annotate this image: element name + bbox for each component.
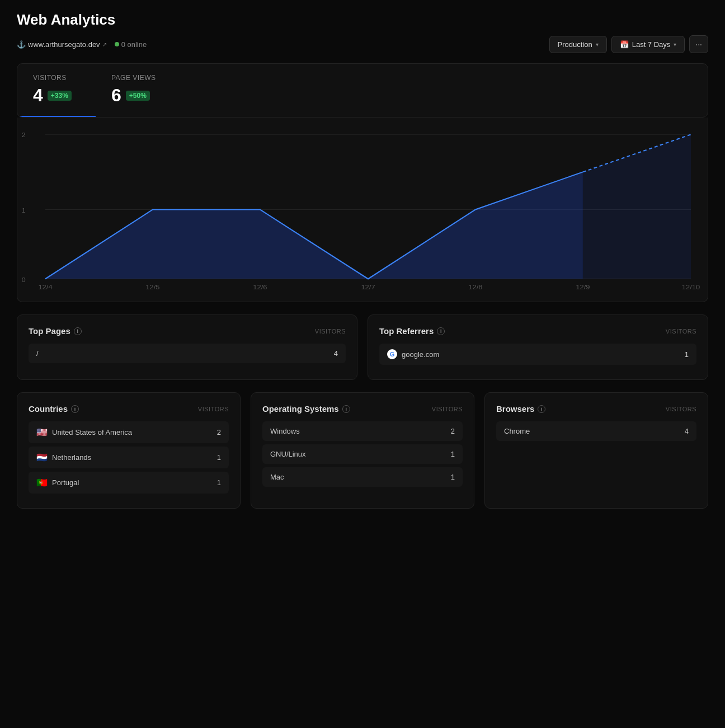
top-pages-title: Top Pages <box>29 326 70 336</box>
top-pages-header: Top Pages i VISITORS <box>29 326 346 336</box>
os-col-label: VISITORS <box>432 406 463 412</box>
os-row-1: GNU/Linux 1 <box>262 444 463 464</box>
os-panel: Operating Systems i VISITORS Windows 2 G… <box>251 392 474 509</box>
countries-title-group: Countries i <box>29 404 79 414</box>
top-pages-count-0: 4 <box>334 349 338 358</box>
more-icon: ··· <box>695 40 702 49</box>
svg-text:0: 0 <box>21 276 25 283</box>
os-info-icon[interactable]: i <box>342 405 350 413</box>
os-name-1: GNU/Linux <box>270 450 306 458</box>
top-pages-title-group: Top Pages i <box>29 326 82 336</box>
google-icon: G <box>387 349 397 359</box>
date-range-label: Last 7 Days <box>632 40 671 49</box>
os-title: Operating Systems <box>262 404 339 414</box>
svg-text:12/6: 12/6 <box>253 284 267 291</box>
country-name-2: Portugal <box>52 478 79 487</box>
site-link[interactable]: ⚓ www.arthursegato.dev ↗ <box>17 40 107 49</box>
svg-text:12/10: 12/10 <box>682 284 700 291</box>
top-referrers-row-0: G google.com 1 <box>379 344 696 365</box>
panels-row-top: Top Pages i VISITORS / 4 Top Referrers i… <box>17 314 708 380</box>
top-referrers-col-label: VISITORS <box>666 328 696 335</box>
top-pages-row-0: / 4 <box>29 344 346 363</box>
browsers-panel: Browsers i VISITORS Chrome 4 <box>484 392 708 509</box>
header-row: ⚓ www.arthursegato.dev ↗ 0 online Produc… <box>17 35 708 53</box>
country-count-0: 2 <box>217 428 221 436</box>
country-left-1: 🇳🇱 Netherlands <box>36 452 91 463</box>
site-url: www.arthursegato.dev <box>28 40 100 49</box>
browsers-header: Browsers i VISITORS <box>496 404 696 414</box>
pageviews-count: 6 <box>111 85 121 106</box>
top-referrers-panel: Top Referrers i VISITORS G google.com 1 <box>368 314 708 380</box>
referrer-count-0: 1 <box>685 350 689 359</box>
browsers-info-icon[interactable]: i <box>538 405 545 413</box>
top-pages-page-0: / <box>36 349 39 358</box>
chart-area: 2 1 0 12/4 12/5 12/6 12/7 12/8 12/9 12/1… <box>17 118 708 302</box>
svg-marker-13 <box>45 172 583 279</box>
top-referrers-info-icon[interactable]: i <box>437 327 445 335</box>
os-title-group: Operating Systems i <box>262 404 350 414</box>
browsers-row-0: Chrome 4 <box>496 421 696 441</box>
top-referrers-title-group: Top Referrers i <box>379 326 445 336</box>
top-pages-info-icon[interactable]: i <box>74 327 82 335</box>
browsers-title-group: Browsers i <box>496 404 545 414</box>
header-controls: Production ▾ 📅 Last 7 Days ▾ ··· <box>549 35 708 53</box>
visitors-label: Visitors <box>33 74 80 82</box>
svg-text:12/9: 12/9 <box>576 284 590 291</box>
pageviews-label: Page Views <box>111 74 158 82</box>
pageviews-tab[interactable]: Page Views 6 +50% <box>96 64 174 117</box>
os-count-1: 1 <box>451 450 455 458</box>
countries-row-2: 🇵🇹 Portugal 1 <box>29 472 229 494</box>
environment-label: Production <box>558 40 592 49</box>
visitors-badge: +33% <box>48 91 72 101</box>
external-link-icon: ↗ <box>102 41 107 48</box>
more-options-button[interactable]: ··· <box>689 35 708 53</box>
environment-button[interactable]: Production ▾ <box>549 36 607 53</box>
anchor-icon: ⚓ <box>17 40 26 49</box>
chevron-down-icon: ▾ <box>596 41 599 48</box>
os-count-0: 2 <box>451 427 455 435</box>
online-dot <box>115 42 119 46</box>
countries-panel: Countries i VISITORS 🇺🇸 United States of… <box>17 392 241 509</box>
visitors-count: 4 <box>33 85 43 106</box>
os-row-0: Windows 2 <box>262 421 463 441</box>
visitors-chart: 2 1 0 12/4 12/5 12/6 12/7 12/8 12/9 12/1… <box>45 129 691 290</box>
country-left-0: 🇺🇸 United States of America <box>36 427 132 438</box>
countries-row-1: 🇳🇱 Netherlands 1 <box>29 447 229 468</box>
os-header: Operating Systems i VISITORS <box>262 404 463 414</box>
browser-count-0: 4 <box>685 427 689 435</box>
online-badge: 0 online <box>115 40 147 49</box>
pageviews-value-row: 6 +50% <box>111 85 158 106</box>
referrer-name-0: google.com <box>402 350 439 359</box>
country-name-1: Netherlands <box>52 453 91 462</box>
countries-col-label: VISITORS <box>198 406 229 412</box>
top-pages-col-label: VISITORS <box>315 328 346 335</box>
visitors-tab[interactable]: Visitors 4 +33% <box>17 64 96 117</box>
country-count-2: 1 <box>217 478 221 487</box>
top-pages-panel: Top Pages i VISITORS / 4 <box>17 314 357 380</box>
stats-bar: Visitors 4 +33% Page Views 6 +50% <box>17 63 708 118</box>
countries-header: Countries i VISITORS <box>29 404 229 414</box>
visitors-value-row: 4 +33% <box>33 85 80 106</box>
flag-pt: 🇵🇹 <box>36 477 48 488</box>
country-left-2: 🇵🇹 Portugal <box>36 477 79 488</box>
pageviews-badge: +50% <box>126 91 150 101</box>
countries-info-icon[interactable]: i <box>71 405 79 413</box>
date-range-button[interactable]: 📅 Last 7 Days ▾ <box>611 36 685 53</box>
svg-text:12/5: 12/5 <box>145 284 159 291</box>
site-info: ⚓ www.arthursegato.dev ↗ 0 online <box>17 40 147 49</box>
calendar-icon: 📅 <box>620 40 629 49</box>
referrer-left-0: G google.com <box>387 349 439 359</box>
svg-text:12/7: 12/7 <box>361 284 375 291</box>
online-count: 0 online <box>121 40 147 49</box>
top-referrers-header: Top Referrers i VISITORS <box>379 326 696 336</box>
svg-marker-14 <box>583 134 691 279</box>
svg-text:1: 1 <box>21 206 25 214</box>
os-name-2: Mac <box>270 473 284 481</box>
countries-row-0: 🇺🇸 United States of America 2 <box>29 421 229 443</box>
chevron-down-icon-2: ▾ <box>674 41 676 48</box>
browser-name-0: Chrome <box>504 427 530 435</box>
svg-text:12/8: 12/8 <box>468 284 482 291</box>
os-name-0: Windows <box>270 427 300 435</box>
browsers-col-label: VISITORS <box>666 406 696 412</box>
svg-text:2: 2 <box>21 131 25 139</box>
